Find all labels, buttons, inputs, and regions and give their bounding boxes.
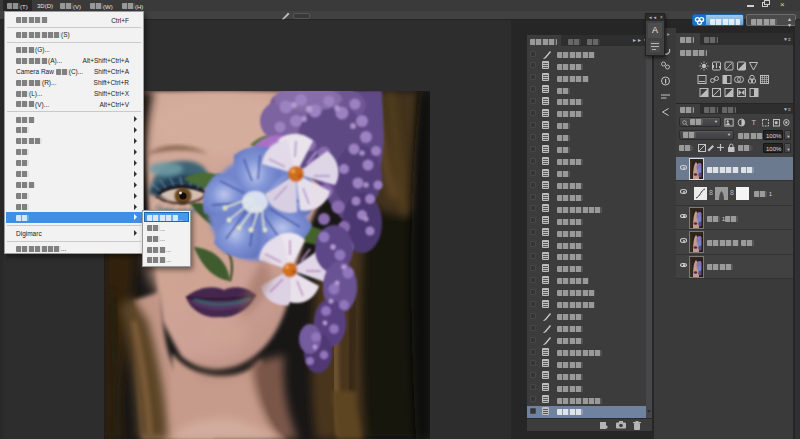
svg-text:T: T [752, 118, 757, 127]
